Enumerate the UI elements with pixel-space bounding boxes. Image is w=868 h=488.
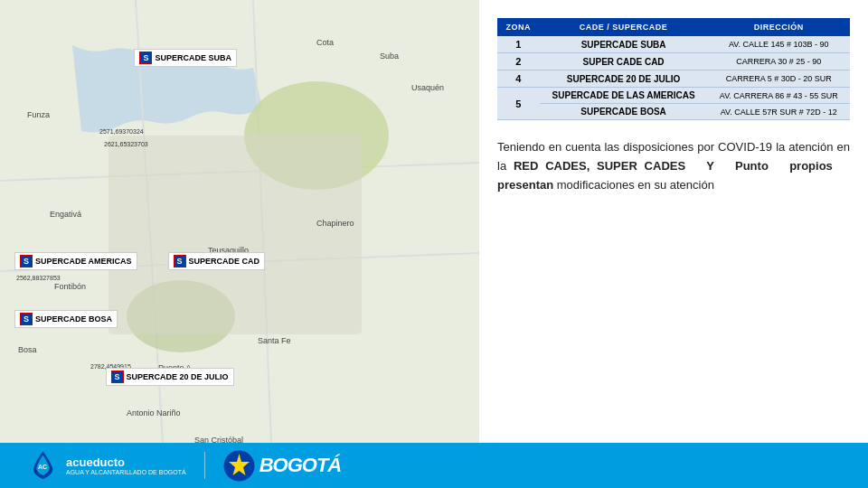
svg-text:AC: AC — [38, 464, 47, 470]
main-container: Cota Suba Usaquén Funza Engativá Fontibó… — [0, 0, 868, 488]
dir-cell: AV. CALLE 57R SUR # 72D - 12 — [708, 104, 850, 120]
map-label-bosa: S SUPERCADE BOSA — [14, 310, 118, 328]
description-text: Teniendo en cuenta las disposiciones por… — [497, 138, 850, 434]
data-table: ZONA CADE / SUPERCADE DIRECCIÓN 1SUPERCA… — [497, 18, 850, 120]
left-section: Cota Suba Usaquén Funza Engativá Fontibó… — [0, 0, 479, 488]
cade-cell: SUPERCADE BOSA — [540, 104, 708, 120]
svg-text:Cota: Cota — [316, 38, 334, 47]
svg-text:Suba: Suba — [380, 52, 399, 61]
map-svg: Cota Suba Usaquén Funza Engativá Fontibó… — [0, 0, 479, 443]
svg-text:Santa Fe: Santa Fe — [258, 336, 291, 345]
bogota-logo: BOGOTÁ — [223, 450, 342, 482]
dir-cell: CARRERA 30 # 25 - 90 — [708, 53, 850, 70]
svg-text:Usaquén: Usaquén — [411, 83, 444, 92]
s-icon-julio: S — [111, 371, 124, 383]
acueducto-sub: AGUA Y ALCANTARILLADO DE BOGOTÁ — [66, 469, 186, 475]
col-zona: ZONA — [497, 18, 540, 36]
map-area: Cota Suba Usaquén Funza Engativá Fontibó… — [0, 0, 479, 443]
zone-cell: 5 — [497, 88, 540, 120]
cade-cell: SUPER CADE CAD — [540, 53, 708, 70]
table-row: 1SUPERCADE SUBAAV. CALLE 145 # 103B - 90 — [497, 36, 850, 53]
footer: AC acueducto AGUA Y ALCANTARILLADO DE BO… — [0, 443, 868, 488]
svg-text:Chapinero: Chapinero — [316, 219, 354, 228]
col-direccion: DIRECCIÓN — [708, 18, 850, 36]
svg-text:San Cristóbal: San Cristóbal — [194, 436, 243, 443]
svg-text:2621,65323703: 2621,65323703 — [104, 141, 148, 147]
svg-text:2571,69370324: 2571,69370324 — [99, 128, 144, 135]
map-label-cad: S SUPERCADE CAD — [168, 252, 266, 270]
cade-cell: SUPERCADE DE LAS AMERICAS — [540, 88, 708, 104]
zone-cell: 2 — [497, 53, 540, 70]
s-icon-cad: S — [174, 255, 186, 267]
svg-text:Antonio Nariño: Antonio Nariño — [127, 408, 181, 418]
acueducto-label: acueducto — [66, 455, 186, 469]
map-label-americas: S SUPERCADE AMERICAS — [14, 252, 137, 270]
table-row: SUPERCADE BOSAAV. CALLE 57R SUR # 72D - … — [497, 104, 850, 120]
right-panel: ZONA CADE / SUPERCADE DIRECCIÓN 1SUPERCA… — [479, 0, 868, 443]
table-row: 5SUPERCADE DE LAS AMERICASAV. CARRERA 86… — [497, 88, 850, 104]
dir-cell: AV. CALLE 145 # 103B - 90 — [708, 36, 850, 53]
dir-cell: CARRERA 5 # 30D - 20 SUR — [708, 70, 850, 88]
table-header-row: ZONA CADE / SUPERCADE DIRECCIÓN — [497, 18, 850, 36]
cade-cell: SUPERCADE 20 DE JULIO — [540, 70, 708, 88]
bogota-label: BOGOTÁ — [259, 454, 342, 477]
svg-text:Funza: Funza — [27, 110, 50, 119]
svg-text:Fontibón: Fontibón — [54, 282, 86, 291]
map-label-julio: S SUPERCADE 20 DE JULIO — [106, 368, 234, 386]
footer-divider — [204, 452, 205, 479]
zone-cell: 4 — [497, 70, 540, 88]
table-row: 2SUPER CADE CADCARRERA 30 # 25 - 90 — [497, 53, 850, 70]
acueducto-text-block: acueducto AGUA Y ALCANTARILLADO DE BOGOT… — [66, 455, 186, 475]
map-label-suba: S SUPERCADE SUBA — [134, 49, 237, 67]
zone-cell: 1 — [497, 36, 540, 53]
s-icon-suba: S — [139, 52, 152, 64]
svg-text:Bosa: Bosa — [18, 345, 37, 354]
footer-logo-acueducto: AC acueducto AGUA Y ALCANTARILLADO DE BO… — [27, 450, 186, 482]
bogota-star-icon — [223, 450, 255, 482]
dir-cell: AV. CARRERA 86 # 43 - 55 SUR — [708, 88, 850, 104]
s-icon-americas: S — [20, 255, 33, 267]
svg-text:2562,88327853: 2562,88327853 — [16, 275, 61, 281]
table-row: 4SUPERCADE 20 DE JULIOCARRERA 5 # 30D - … — [497, 70, 850, 88]
col-cade: CADE / SUPERCADE — [540, 18, 708, 36]
svg-text:Engativá: Engativá — [50, 210, 81, 219]
svg-rect-7 — [108, 136, 362, 334]
cade-cell: SUPERCADE SUBA — [540, 36, 708, 53]
water-drop-icon: AC — [27, 450, 59, 482]
s-icon-bosa: S — [20, 313, 33, 325]
